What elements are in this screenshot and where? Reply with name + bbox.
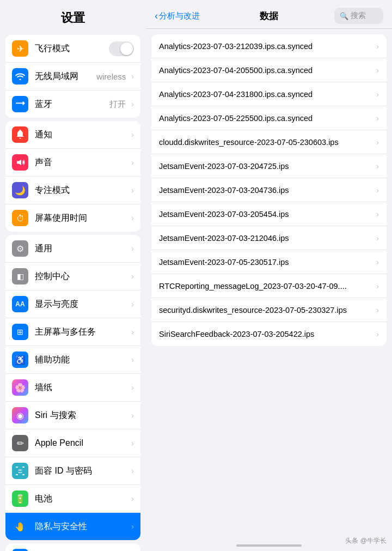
file-chevron-icon: › [376, 282, 379, 290]
sidebar-item-sounds[interactable]: 声音 › [5, 149, 140, 177]
sidebar-item-general[interactable]: ⚙ 通用 › [5, 235, 140, 263]
faceid-chevron: › [131, 467, 134, 475]
sidebar-item-privacy[interactable]: 🤚 隐私与安全性 › [5, 513, 140, 540]
sidebar-title: 设置 [0, 0, 146, 32]
wallpaper-chevron: › [131, 383, 134, 392]
file-list: Analytics-2023-07-03-212039.ips.ca.synce… [146, 29, 392, 540]
svg-rect-1 [22, 467, 24, 468]
file-item[interactable]: JetsamEvent-2023-07-05-230517.ips› [151, 250, 387, 274]
svg-point-5 [21, 470, 22, 471]
sidebar: 设置 ✈ 飞行模式 无线局域网 wireless › [0, 0, 146, 551]
file-name: cloudd.diskwrites_resource-2023-07-05-23… [159, 138, 373, 147]
sidebar-item-bluetooth[interactable]: ⭢ 蓝牙 打开 › [5, 90, 140, 118]
sounds-label: 声音 [35, 157, 129, 168]
file-item[interactable]: cloudd.diskwrites_resource-2023-07-05-23… [151, 130, 387, 154]
file-chevron-icon: › [376, 66, 379, 75]
sidebar-item-controlcenter[interactable]: ◧ 控制中心 › [5, 263, 140, 290]
accessibility-chevron: › [131, 355, 134, 364]
accessibility-icon: ♿ [12, 352, 28, 368]
sidebar-item-notifications[interactable]: 通知 › [5, 121, 140, 149]
file-item[interactable]: Analytics-2023-07-04-231800.ips.ca.synce… [151, 82, 387, 106]
sounds-chevron: › [131, 158, 134, 167]
privacy-icon: 🤚 [12, 518, 28, 535]
display-chevron: › [131, 300, 134, 308]
airplane-label: 飞行模式 [35, 43, 109, 55]
app-container: 设置 ✈ 飞行模式 无线局域网 wireless › [0, 0, 392, 551]
sidebar-item-homescreen[interactable]: ⊞ 主屏幕与多任务 › [5, 318, 140, 346]
sounds-icon [12, 154, 28, 171]
file-name: securityd.diskwrites_resource-2023-07-05… [159, 306, 373, 314]
file-item[interactable]: RTCReporting_messageLog_2023-07-03-20-47… [151, 274, 387, 298]
sidebar-item-accessibility[interactable]: ♿ 辅助功能 › [5, 346, 140, 374]
sidebar-item-screentime[interactable]: ⏱ 屏幕使用时间 › [5, 204, 140, 232]
file-chevron-icon: › [376, 90, 379, 99]
file-item[interactable]: JetsamEvent-2023-07-03-212046.ips› [151, 226, 387, 250]
wifi-value: wireless [96, 72, 126, 81]
sidebar-section-connectivity: ✈ 飞行模式 无线局域网 wireless › ⭢ [5, 35, 140, 118]
focus-chevron: › [131, 186, 134, 195]
sidebar-section-apps: App Store › 💳 钱包与 Apple Pay › [5, 543, 140, 551]
faceid-label: 面容 ID 与密码 [35, 465, 129, 477]
sidebar-item-airplane[interactable]: ✈ 飞行模式 [5, 35, 140, 63]
display-label: 显示与亮度 [35, 299, 129, 310]
wallpaper-label: 墙纸 [35, 382, 129, 393]
right-header: ‹ 分析与改进 数据 🔍 搜索 [146, 0, 392, 29]
focus-icon: 🌙 [12, 182, 28, 198]
sidebar-item-wifi[interactable]: 无线局域网 wireless › [5, 63, 140, 90]
notifications-chevron: › [131, 130, 134, 139]
battery-chevron: › [131, 494, 134, 503]
file-name: JetsamEvent-2023-07-03-204725.ips [159, 162, 373, 171]
notifications-icon [12, 126, 28, 143]
file-item[interactable]: JetsamEvent-2023-07-03-205454.ips› [151, 202, 387, 226]
file-chevron-icon: › [376, 234, 379, 243]
sidebar-item-display[interactable]: AA 显示与亮度 › [5, 290, 140, 318]
file-name: Analytics-2023-07-05-225500.ips.ca.synce… [159, 114, 373, 123]
file-item[interactable]: securityd.diskwrites_resource-2023-07-05… [151, 298, 387, 322]
sidebar-item-siri[interactable]: ◉ Siri 与搜索 › [5, 402, 140, 429]
search-placeholder: 搜索 [351, 11, 366, 21]
file-chevron-icon: › [376, 330, 379, 338]
sidebar-item-wallpaper[interactable]: 🌸 墙纸 › [5, 374, 140, 402]
sidebar-item-battery[interactable]: 🔋 电池 › [5, 485, 140, 513]
file-item[interactable]: Analytics-2023-07-04-205500.ips.ca.synce… [151, 58, 387, 82]
file-item[interactable]: JetsamEvent-2023-07-03-204736.ips› [151, 178, 387, 202]
wallpaper-icon: 🌸 [12, 379, 28, 396]
notifications-label: 通知 [35, 129, 129, 141]
airplane-toggle[interactable] [109, 41, 134, 56]
controlcenter-chevron: › [131, 272, 134, 281]
file-name: JetsamEvent-2023-07-05-230517.ips [159, 258, 373, 267]
homescreen-label: 主屏幕与多任务 [35, 326, 129, 338]
back-button[interactable]: ‹ 分析与改进 [155, 10, 200, 22]
file-chevron-icon: › [376, 114, 379, 123]
file-name: Analytics-2023-07-03-212039.ips.ca.synce… [159, 42, 373, 51]
file-item[interactable]: JetsamEvent-2023-07-03-204725.ips› [151, 154, 387, 178]
wifi-icon [12, 68, 28, 84]
file-chevron-icon: › [376, 186, 379, 195]
sidebar-section-notifications: 通知 › 声音 › 🌙 专注模式 › ⏱ 屏幕使用时间 [5, 121, 140, 232]
sidebar-item-faceid[interactable]: 面容 ID 与密码 › [5, 457, 140, 485]
file-name: SiriSearchFeedback-2023-07-03-205422.ips [159, 330, 373, 338]
search-box[interactable]: 🔍 搜索 [334, 8, 383, 24]
right-panel-title: 数据 [260, 10, 278, 22]
svg-rect-3 [22, 474, 24, 475]
battery-label: 电池 [35, 493, 129, 505]
bluetooth-icon: ⭢ [12, 96, 28, 112]
home-indicator [236, 544, 302, 547]
controlcenter-label: 控制中心 [35, 271, 129, 282]
sidebar-item-appstore[interactable]: App Store › [5, 543, 140, 551]
pencil-icon: ✏ [12, 435, 28, 451]
homescreen-icon: ⊞ [12, 324, 28, 340]
file-item[interactable]: SiriSearchFeedback-2023-07-03-205422.ips… [151, 322, 387, 346]
screentime-label: 屏幕使用时间 [35, 213, 129, 224]
sidebar-item-focus[interactable]: 🌙 专注模式 › [5, 177, 140, 204]
file-item[interactable]: Analytics-2023-07-05-225500.ips.ca.synce… [151, 106, 387, 130]
file-name: Analytics-2023-07-04-205500.ips.ca.synce… [159, 66, 373, 75]
homescreen-chevron: › [131, 328, 134, 336]
sidebar-item-pencil[interactable]: ✏ Apple Pencil › [5, 429, 140, 457]
bluetooth-label: 蓝牙 [35, 99, 109, 110]
privacy-label: 隐私与安全性 [35, 521, 129, 532]
file-chevron-icon: › [376, 42, 379, 51]
file-chevron-icon: › [376, 162, 379, 171]
file-item[interactable]: Analytics-2023-07-03-212039.ips.ca.synce… [151, 34, 387, 58]
wifi-chevron: › [131, 72, 134, 81]
